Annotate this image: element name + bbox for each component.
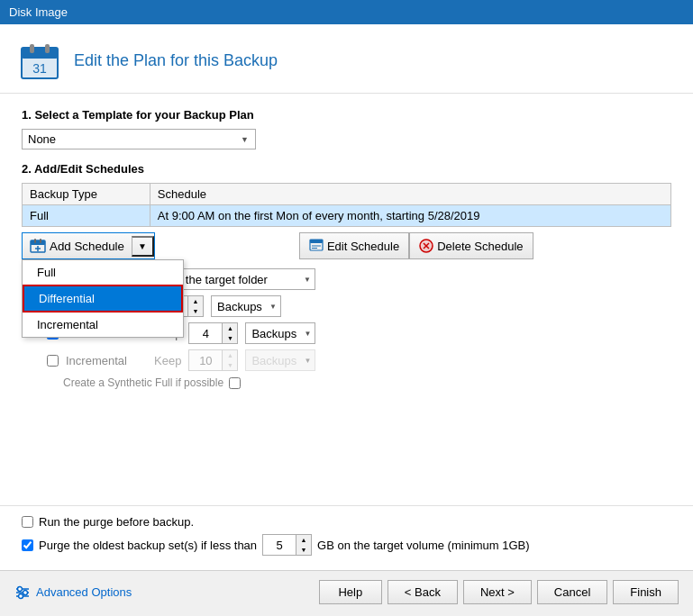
edit-schedule-label: Edit Schedule (327, 240, 399, 253)
incremental-spinbox-btns: ▲ ▼ (222, 350, 237, 370)
advanced-options-icon (14, 584, 31, 601)
differential-spin-up[interactable]: ▲ (223, 323, 237, 333)
advanced-options-link[interactable]: Advanced Options (36, 585, 132, 599)
template-select-wrapper[interactable]: None Daily Weekly Monthly (22, 129, 256, 149)
full-spin-up[interactable]: ▲ (188, 296, 203, 306)
differential-unit-wrapper[interactable]: Backups Days Weeks Months (245, 322, 315, 344)
full-spinbox-btns: ▲ ▼ (187, 296, 203, 316)
svg-rect-9 (40, 239, 41, 243)
dialog: 31 Edit the Plan for this Backup 1. Sele… (0, 24, 693, 613)
footer-left: Advanced Options (14, 584, 132, 601)
cancel-button[interactable]: Cancel (537, 580, 607, 604)
add-schedule-label: Add Schedule (50, 240, 124, 253)
col-schedule: Schedule (150, 184, 670, 205)
incremental-spinbox: ▲ ▼ (188, 349, 238, 371)
synth-full-checkbox[interactable] (229, 377, 241, 389)
dropdown-item-incremental[interactable]: Incremental (23, 313, 183, 337)
purge-before-row: Run the purge before backup. (22, 515, 671, 529)
edit-icon (309, 239, 324, 253)
next-button[interactable]: Next > (463, 580, 532, 604)
delete-schedule-label: Delete Schedule (437, 240, 523, 253)
differential-spinbox-btns: ▲ ▼ (222, 323, 237, 343)
full-unit-wrapper[interactable]: Backups Days Weeks Months (211, 295, 281, 317)
add-calendar-icon (30, 238, 46, 254)
svg-text:31: 31 (32, 61, 47, 76)
incremental-checkbox[interactable] (47, 355, 59, 367)
section2-label: 2. Add/Edit Schedules (22, 162, 671, 176)
synth-full-row: Create a Synthetic Full if possible (63, 376, 671, 389)
differential-spinbox[interactable]: ▲ ▼ (188, 322, 238, 344)
add-schedule-dropdown-menu: Full Differential Incremental (22, 259, 184, 338)
add-schedule-dropdown-arrow[interactable]: ▼ (132, 236, 154, 257)
add-schedule-btn[interactable]: Add Schedule ▼ (22, 232, 155, 259)
dialog-header: 31 Edit the Plan for this Backup (0, 24, 693, 94)
differential-spin-down[interactable]: ▼ (223, 333, 237, 343)
svg-point-25 (19, 593, 23, 598)
purge-before-label: Run the purge before backup. (39, 515, 194, 529)
purge-oldest-row: Purge the oldest backup set(s) if less t… (22, 534, 671, 556)
table-row[interactable]: Full At 9:00 AM on the first Mon of ever… (23, 205, 671, 227)
dropdown-item-differential[interactable]: Differential (23, 285, 183, 313)
row-type: Full (23, 205, 150, 227)
purge-spinbox-btns: ▲ ▼ (296, 535, 311, 555)
svg-rect-13 (310, 240, 323, 243)
incremental-keep-value (189, 350, 222, 370)
purge-before-checkbox[interactable] (22, 516, 33, 528)
col-backup-type: Backup Type (23, 184, 150, 205)
svg-point-23 (23, 590, 28, 594)
schedule-toolbar: Add Schedule ▼ Full Differential Increme… (22, 232, 671, 259)
svg-rect-3 (30, 44, 34, 53)
svg-rect-8 (34, 239, 36, 243)
dialog-footer: Advanced Options Help < Back Next > Canc… (0, 570, 693, 613)
edit-schedule-btn[interactable]: Edit Schedule (299, 232, 409, 259)
schedule-section: 2. Add/Edit Schedules Backup Type Schedu… (22, 162, 671, 389)
purge-spin-up[interactable]: ▲ (296, 535, 311, 545)
incremental-unit-select: Backups (245, 349, 315, 371)
svg-rect-2 (22, 48, 58, 59)
purge-value[interactable] (263, 535, 296, 555)
incremental-keep-label: Keep (154, 354, 181, 367)
title-bar: Disk Image (0, 0, 693, 24)
schedule-table: Backup Type Schedule Full At 9:00 AM on … (22, 183, 671, 227)
full-unit-select[interactable]: Backups Days Weeks Months (211, 295, 281, 317)
footer-right: Help < Back Next > Cancel Finish (319, 580, 679, 604)
dropdown-item-full[interactable]: Full (23, 260, 183, 285)
template-select[interactable]: None Daily Weekly Monthly (22, 129, 256, 149)
svg-rect-7 (31, 240, 45, 245)
differential-keep-value[interactable] (189, 323, 222, 343)
incremental-spin-down: ▼ (223, 360, 237, 370)
purge-oldest-checkbox[interactable] (22, 539, 33, 551)
section1-label: 1. Select a Template for your Backup Pla… (22, 108, 671, 122)
delete-icon (419, 239, 433, 253)
row-schedule: At 9:00 AM on the first Mon of every mon… (150, 205, 670, 227)
purge-oldest-label: Purge the oldest backup set(s) if less t… (39, 539, 257, 552)
finish-button[interactable]: Finish (613, 580, 679, 604)
svg-point-21 (18, 586, 23, 591)
incremental-label: Incremental (66, 354, 147, 367)
dialog-body: 1. Select a Template for your Backup Pla… (0, 94, 693, 505)
bottom-options: Run the purge before backup. Purge the o… (0, 505, 693, 570)
calendar-icon: 31 (18, 39, 61, 82)
svg-rect-4 (45, 44, 50, 53)
back-button[interactable]: < Back (388, 580, 458, 604)
help-button[interactable]: Help (319, 580, 382, 604)
incremental-unit-wrapper: Backups (245, 349, 315, 371)
synth-full-label: Create a Synthetic Full if possible (63, 376, 223, 389)
purge-spin-down[interactable]: ▼ (296, 545, 311, 555)
retention-row-incremental: Incremental Keep ▲ ▼ Backups (47, 349, 671, 371)
incremental-spin-up: ▲ (223, 350, 237, 360)
title-bar-label: Disk Image (9, 5, 68, 19)
differential-unit-select[interactable]: Backups Days Weeks Months (245, 322, 315, 344)
purge-spinbox[interactable]: ▲ ▼ (262, 534, 312, 556)
add-schedule-main[interactable]: Add Schedule (23, 234, 132, 258)
page-title: Edit the Plan for this Backup (74, 51, 278, 70)
purge-unit-label: GB on the target volume (minimum 1GB) (317, 539, 530, 552)
full-spin-down[interactable]: ▼ (188, 306, 203, 316)
delete-schedule-btn[interactable]: Delete Schedule (409, 232, 533, 259)
